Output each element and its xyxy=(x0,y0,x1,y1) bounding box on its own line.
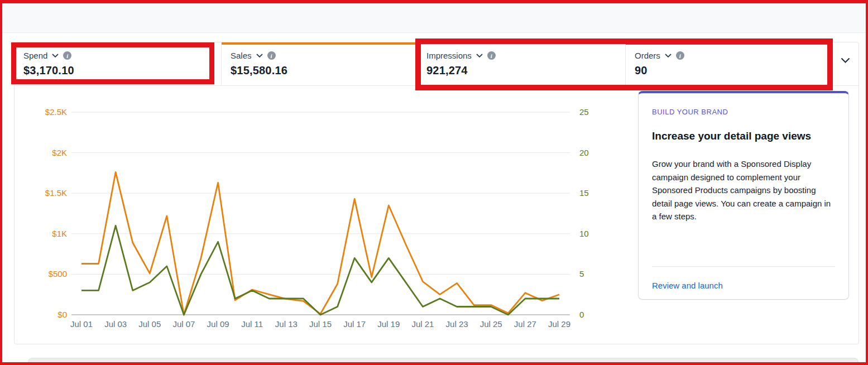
svg-text:Jul 13: Jul 13 xyxy=(275,319,298,329)
top-bar xyxy=(0,0,868,33)
chevron-down-icon[interactable] xyxy=(665,54,672,58)
chevron-down-icon[interactable] xyxy=(476,54,483,58)
metric-label-orders: Orders xyxy=(635,51,660,60)
orders-line xyxy=(81,225,559,315)
svg-text:0: 0 xyxy=(579,310,584,319)
svg-text:Jul 07: Jul 07 xyxy=(172,319,195,329)
chevron-down-icon xyxy=(841,57,850,64)
svg-text:Jul 29: Jul 29 xyxy=(548,319,570,329)
metric-label-spend: Spend xyxy=(23,51,47,60)
metric-label-sales: Sales xyxy=(231,51,252,60)
metric-value-spend: $3,170.10 xyxy=(23,64,221,77)
build-your-brand-panel: BUILD YOUR BRAND Increase your detail pa… xyxy=(638,91,849,300)
svg-text:10: 10 xyxy=(579,229,589,238)
sales-line xyxy=(81,172,559,315)
svg-text:$500: $500 xyxy=(49,269,67,278)
metric-card-spend[interactable]: Spend i $3,170.10 xyxy=(15,42,222,85)
svg-text:5: 5 xyxy=(579,269,584,278)
svg-text:25: 25 xyxy=(579,107,589,117)
svg-text:$1K: $1K xyxy=(52,229,67,238)
svg-text:Jul 23: Jul 23 xyxy=(446,319,468,329)
svg-text:Jul 11: Jul 11 xyxy=(241,319,263,329)
panel-divider xyxy=(652,266,835,267)
svg-text:$0: $0 xyxy=(57,310,67,319)
svg-text:Jul 25: Jul 25 xyxy=(480,319,502,329)
chevron-down-icon[interactable] xyxy=(256,54,263,58)
info-icon[interactable]: i xyxy=(676,51,684,60)
panel-body-text: Grow your brand with a Sponsored Display… xyxy=(652,157,832,223)
svg-text:$2K: $2K xyxy=(52,148,67,157)
page: { "metrics": [ {"label": "Spend", "value… xyxy=(0,0,868,365)
metric-value-impressions: 921,274 xyxy=(426,64,625,77)
metric-card-sales[interactable]: Sales i $15,580.16 xyxy=(222,42,418,85)
svg-text:$2.5K: $2.5K xyxy=(45,107,67,117)
next-section-header-bar xyxy=(28,358,859,365)
chevron-down-icon[interactable] xyxy=(52,54,59,58)
svg-text:Jul 19: Jul 19 xyxy=(377,319,400,329)
panel-heading: Increase your detail page views xyxy=(652,130,835,142)
svg-text:Jul 01: Jul 01 xyxy=(70,319,93,329)
svg-text:20: 20 xyxy=(579,148,589,157)
metric-value-orders: 90 xyxy=(635,64,832,77)
panel-eyebrow: BUILD YOUR BRAND xyxy=(652,108,835,116)
metric-card-orders[interactable]: Orders i 90 xyxy=(626,42,832,85)
svg-text:15: 15 xyxy=(579,188,589,198)
info-icon[interactable]: i xyxy=(267,51,276,60)
info-icon[interactable]: i xyxy=(487,51,496,60)
metrics-dashboard-card: Spend i $3,170.10 Sales i $15,580.16 Imp… xyxy=(14,42,859,344)
svg-text:Jul 27: Jul 27 xyxy=(514,319,536,329)
info-icon[interactable]: i xyxy=(63,51,71,60)
collapse-chart-button[interactable] xyxy=(832,42,859,85)
svg-text:Jul 09: Jul 09 xyxy=(207,319,229,329)
svg-text:Jul 21: Jul 21 xyxy=(411,319,434,329)
svg-text:$1.5K: $1.5K xyxy=(45,188,67,198)
svg-text:Jul 15: Jul 15 xyxy=(309,319,332,329)
metric-summary-row: Spend i $3,170.10 Sales i $15,580.16 Imp… xyxy=(15,42,859,86)
svg-text:Jul 03: Jul 03 xyxy=(104,319,127,329)
metric-card-impressions[interactable]: Impressions i 921,274 xyxy=(418,42,626,85)
svg-text:Jul 17: Jul 17 xyxy=(343,319,366,329)
metric-value-sales: $15,580.16 xyxy=(231,64,417,77)
review-and-launch-link[interactable]: Review and launch xyxy=(652,281,723,290)
metric-label-impressions: Impressions xyxy=(426,51,472,60)
svg-text:Jul 05: Jul 05 xyxy=(138,319,161,329)
